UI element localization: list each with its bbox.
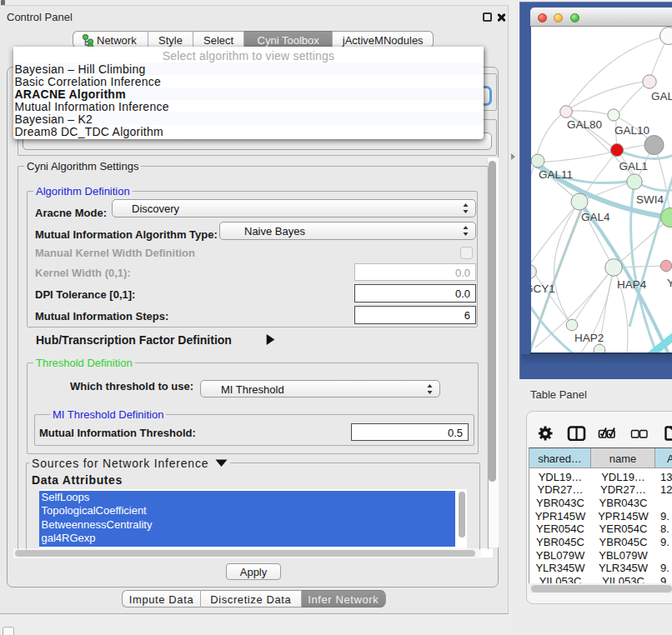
svg-text:GAL10: GAL10 xyxy=(614,124,649,137)
svg-text:GAL80: GAL80 xyxy=(567,118,602,131)
svg-text:Y: Y xyxy=(667,277,672,289)
svg-text:SWI4: SWI4 xyxy=(636,193,664,206)
svg-text:GAL2: GAL2 xyxy=(651,90,672,102)
svg-text:GAL11: GAL11 xyxy=(539,168,573,181)
svg-text:HAP2: HAP2 xyxy=(574,332,604,344)
svg-text:HAP4: HAP4 xyxy=(617,278,647,291)
svg-text:GAL4: GAL4 xyxy=(581,211,610,223)
svg-text:GCY1: GCY1 xyxy=(531,282,555,295)
svg-text:GAL1: GAL1 xyxy=(619,160,649,172)
